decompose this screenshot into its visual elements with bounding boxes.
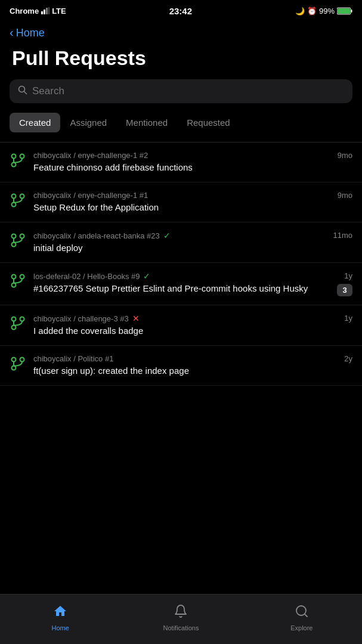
- svg-point-14: [12, 203, 16, 207]
- pr-time: 9mo: [338, 191, 352, 200]
- pr-title: I added the coveralls badge: [33, 324, 337, 337]
- home-tab-label: Home: [51, 624, 69, 631]
- tab-requested[interactable]: Requested: [177, 113, 240, 132]
- pr-time: 2y: [344, 354, 352, 363]
- pr-branch-icon: [10, 192, 26, 211]
- pr-repo-name: chiboycalix / andela-react-banka #23: [33, 231, 160, 240]
- bell-icon: [174, 604, 188, 622]
- pr-badge: 3: [337, 284, 352, 296]
- status-bar: Chrome LTE 23:42 🌙 ⏰ 99%: [0, 0, 362, 21]
- pr-repo-name: chiboycalix / enye-challenge-1 #2: [33, 151, 148, 160]
- svg-rect-5: [351, 10, 352, 13]
- svg-point-25: [20, 358, 24, 362]
- status-right: 🌙 ⏰ 99%: [295, 7, 352, 16]
- pr-title: initial deploy: [33, 242, 326, 254]
- svg-rect-6: [338, 8, 350, 14]
- pr-time: 1y: [344, 271, 352, 280]
- tab-home[interactable]: Home: [0, 598, 120, 631]
- tab-bar: Home Notifications Explore: [0, 594, 362, 644]
- svg-rect-0: [41, 11, 43, 14]
- pr-meta: 9mo: [338, 191, 352, 200]
- svg-point-22: [20, 317, 24, 321]
- svg-point-9: [12, 154, 16, 159]
- carrier-label: Chrome: [10, 7, 39, 16]
- pr-title: Setup Redux for the Application: [33, 201, 330, 213]
- pr-item[interactable]: chiboycalix / andela-react-banka #23✓ini…: [0, 222, 362, 263]
- svg-rect-2: [46, 8, 48, 14]
- tab-notifications[interactable]: Notifications: [120, 598, 241, 631]
- pr-title: ft(user sign up): created the index page: [33, 364, 337, 377]
- pr-cross-icon: ✕: [132, 314, 140, 323]
- signal-icon: [41, 7, 49, 14]
- svg-point-19: [20, 275, 24, 279]
- pr-branch-icon: [10, 273, 26, 292]
- svg-rect-1: [44, 10, 45, 14]
- search-icon: [18, 85, 27, 97]
- svg-point-12: [12, 194, 16, 199]
- tab-explore[interactable]: Explore: [242, 598, 362, 631]
- page-header: Pull Requests: [0, 42, 362, 79]
- pr-content: chiboycalix / challenge-3 #3✕I added the…: [33, 314, 337, 337]
- pr-repo-name: chiboycalix / enye-challenge-1 #1: [33, 191, 148, 200]
- nav-bar: ‹ Home: [0, 21, 362, 42]
- pr-time: 11mo: [333, 231, 352, 240]
- pr-branch-icon: [10, 232, 26, 251]
- search-box[interactable]: [10, 79, 352, 103]
- pr-title: Feature chinonso add firebase functions: [33, 161, 330, 174]
- pr-content: los-deferal-02 / Hello-Books #9✓#1662377…: [33, 271, 330, 295]
- pr-repo-name: chiboycalix / challenge-3 #3: [33, 314, 129, 323]
- notifications-tab-label: Notifications: [163, 624, 199, 631]
- svg-line-28: [304, 614, 307, 616]
- back-chevron-icon: ‹: [10, 26, 14, 39]
- pr-repo-line: chiboycalix / andela-react-banka #23✓: [33, 231, 326, 240]
- pr-meta: 1y3: [337, 271, 352, 296]
- pr-content: chiboycalix / enye-challenge-1 #2Feature…: [33, 151, 330, 174]
- pr-item[interactable]: chiboycalix / Politico #1ft(user sign up…: [0, 346, 362, 386]
- filter-tabs: Created Assigned Mentioned Requested: [0, 113, 362, 143]
- pr-branch-icon: [10, 355, 26, 374]
- pr-content: chiboycalix / andela-react-banka #23✓ini…: [33, 231, 326, 254]
- pr-repo-line: chiboycalix / enye-challenge-1 #1: [33, 191, 330, 200]
- back-label: Home: [16, 27, 45, 39]
- pr-item[interactable]: los-deferal-02 / Hello-Books #9✓#1662377…: [0, 263, 362, 305]
- tab-assigned[interactable]: Assigned: [60, 113, 116, 132]
- explore-tab-label: Explore: [290, 624, 313, 631]
- pr-item[interactable]: chiboycalix / enye-challenge-1 #1Setup R…: [0, 182, 362, 222]
- network-label: LTE: [52, 7, 66, 16]
- svg-point-15: [12, 234, 16, 239]
- svg-point-24: [12, 358, 16, 362]
- search-input[interactable]: [32, 85, 344, 97]
- pr-title: #166237765 Setup Prettier Eslint and Pre…: [33, 282, 330, 295]
- svg-point-17: [12, 243, 16, 247]
- svg-point-13: [20, 194, 24, 199]
- svg-rect-3: [48, 7, 49, 14]
- explore-icon: [295, 604, 309, 622]
- pr-item[interactable]: chiboycalix / challenge-3 #3✕I added the…: [0, 305, 362, 346]
- search-container: [0, 79, 362, 113]
- pr-repo-line: chiboycalix / challenge-3 #3✕: [33, 314, 337, 323]
- svg-point-23: [12, 326, 16, 330]
- battery-icon: [337, 7, 352, 15]
- status-left: Chrome LTE: [10, 7, 66, 16]
- pr-item[interactable]: chiboycalix / enye-challenge-1 #2Feature…: [0, 143, 362, 182]
- pr-repo-line: los-deferal-02 / Hello-Books #9✓: [33, 271, 330, 281]
- pr-meta: 1y: [344, 314, 352, 323]
- tab-mentioned[interactable]: Mentioned: [116, 113, 177, 132]
- pr-meta: 2y: [344, 354, 352, 363]
- svg-point-18: [12, 275, 16, 279]
- svg-point-21: [12, 317, 16, 321]
- back-button[interactable]: ‹ Home: [10, 26, 45, 39]
- pr-repo-line: chiboycalix / Politico #1: [33, 354, 337, 363]
- tab-created[interactable]: Created: [10, 113, 60, 132]
- svg-line-8: [24, 92, 27, 94]
- time-display: 23:42: [169, 6, 192, 16]
- pr-content: chiboycalix / enye-challenge-1 #1Setup R…: [33, 191, 330, 213]
- moon-icon: 🌙: [295, 7, 305, 16]
- pr-time: 9mo: [338, 151, 352, 160]
- pr-content: chiboycalix / Politico #1ft(user sign up…: [33, 354, 337, 377]
- pr-check-icon: ✓: [143, 271, 150, 281]
- pr-list: chiboycalix / enye-challenge-1 #2Feature…: [0, 143, 362, 386]
- battery-label: 99%: [319, 7, 335, 16]
- svg-point-26: [12, 366, 16, 370]
- svg-point-16: [20, 234, 24, 239]
